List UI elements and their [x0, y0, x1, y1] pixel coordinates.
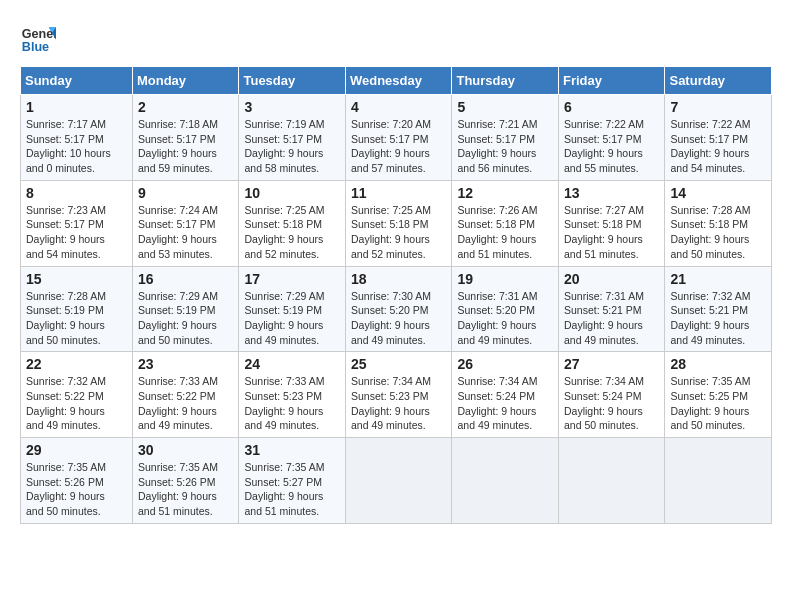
day-info: Sunrise: 7:32 AMSunset: 5:22 PMDaylight:… [26, 374, 127, 433]
column-header-wednesday: Wednesday [345, 67, 452, 95]
day-cell: 19Sunrise: 7:31 AMSunset: 5:20 PMDayligh… [452, 266, 559, 352]
day-number: 15 [26, 271, 127, 287]
day-info: Sunrise: 7:17 AMSunset: 5:17 PMDaylight:… [26, 117, 127, 176]
day-number: 14 [670, 185, 766, 201]
day-cell: 12Sunrise: 7:26 AMSunset: 5:18 PMDayligh… [452, 180, 559, 266]
day-info: Sunrise: 7:35 AMSunset: 5:26 PMDaylight:… [138, 460, 234, 519]
day-cell [665, 438, 772, 524]
day-info: Sunrise: 7:23 AMSunset: 5:17 PMDaylight:… [26, 203, 127, 262]
day-cell [558, 438, 665, 524]
day-cell: 3Sunrise: 7:19 AMSunset: 5:17 PMDaylight… [239, 95, 346, 181]
column-header-tuesday: Tuesday [239, 67, 346, 95]
week-row-4: 22Sunrise: 7:32 AMSunset: 5:22 PMDayligh… [21, 352, 772, 438]
day-cell: 9Sunrise: 7:24 AMSunset: 5:17 PMDaylight… [132, 180, 239, 266]
day-number: 23 [138, 356, 234, 372]
day-info: Sunrise: 7:33 AMSunset: 5:23 PMDaylight:… [244, 374, 340, 433]
day-number: 30 [138, 442, 234, 458]
day-number: 21 [670, 271, 766, 287]
day-info: Sunrise: 7:30 AMSunset: 5:20 PMDaylight:… [351, 289, 447, 348]
logo: General Blue [20, 20, 56, 56]
day-cell: 17Sunrise: 7:29 AMSunset: 5:19 PMDayligh… [239, 266, 346, 352]
day-info: Sunrise: 7:26 AMSunset: 5:18 PMDaylight:… [457, 203, 553, 262]
page-header: General Blue [20, 20, 772, 56]
day-cell: 27Sunrise: 7:34 AMSunset: 5:24 PMDayligh… [558, 352, 665, 438]
day-number: 6 [564, 99, 660, 115]
day-info: Sunrise: 7:33 AMSunset: 5:22 PMDaylight:… [138, 374, 234, 433]
day-cell [452, 438, 559, 524]
day-cell: 23Sunrise: 7:33 AMSunset: 5:22 PMDayligh… [132, 352, 239, 438]
day-number: 9 [138, 185, 234, 201]
day-number: 13 [564, 185, 660, 201]
day-cell: 7Sunrise: 7:22 AMSunset: 5:17 PMDaylight… [665, 95, 772, 181]
column-header-sunday: Sunday [21, 67, 133, 95]
day-cell: 24Sunrise: 7:33 AMSunset: 5:23 PMDayligh… [239, 352, 346, 438]
day-cell: 1Sunrise: 7:17 AMSunset: 5:17 PMDaylight… [21, 95, 133, 181]
day-info: Sunrise: 7:18 AMSunset: 5:17 PMDaylight:… [138, 117, 234, 176]
day-cell: 5Sunrise: 7:21 AMSunset: 5:17 PMDaylight… [452, 95, 559, 181]
day-cell: 20Sunrise: 7:31 AMSunset: 5:21 PMDayligh… [558, 266, 665, 352]
day-info: Sunrise: 7:28 AMSunset: 5:18 PMDaylight:… [670, 203, 766, 262]
day-number: 17 [244, 271, 340, 287]
day-info: Sunrise: 7:29 AMSunset: 5:19 PMDaylight:… [138, 289, 234, 348]
day-number: 26 [457, 356, 553, 372]
day-info: Sunrise: 7:32 AMSunset: 5:21 PMDaylight:… [670, 289, 766, 348]
day-number: 2 [138, 99, 234, 115]
day-info: Sunrise: 7:21 AMSunset: 5:17 PMDaylight:… [457, 117, 553, 176]
day-cell: 8Sunrise: 7:23 AMSunset: 5:17 PMDaylight… [21, 180, 133, 266]
day-info: Sunrise: 7:25 AMSunset: 5:18 PMDaylight:… [244, 203, 340, 262]
day-info: Sunrise: 7:31 AMSunset: 5:20 PMDaylight:… [457, 289, 553, 348]
day-info: Sunrise: 7:20 AMSunset: 5:17 PMDaylight:… [351, 117, 447, 176]
day-info: Sunrise: 7:35 AMSunset: 5:25 PMDaylight:… [670, 374, 766, 433]
day-number: 8 [26, 185, 127, 201]
calendar-table: SundayMondayTuesdayWednesdayThursdayFrid… [20, 66, 772, 524]
day-info: Sunrise: 7:34 AMSunset: 5:23 PMDaylight:… [351, 374, 447, 433]
week-row-3: 15Sunrise: 7:28 AMSunset: 5:19 PMDayligh… [21, 266, 772, 352]
day-number: 7 [670, 99, 766, 115]
day-number: 10 [244, 185, 340, 201]
day-cell: 2Sunrise: 7:18 AMSunset: 5:17 PMDaylight… [132, 95, 239, 181]
day-number: 22 [26, 356, 127, 372]
day-info: Sunrise: 7:22 AMSunset: 5:17 PMDaylight:… [564, 117, 660, 176]
day-cell: 11Sunrise: 7:25 AMSunset: 5:18 PMDayligh… [345, 180, 452, 266]
day-cell: 10Sunrise: 7:25 AMSunset: 5:18 PMDayligh… [239, 180, 346, 266]
day-info: Sunrise: 7:29 AMSunset: 5:19 PMDaylight:… [244, 289, 340, 348]
day-cell: 18Sunrise: 7:30 AMSunset: 5:20 PMDayligh… [345, 266, 452, 352]
day-info: Sunrise: 7:35 AMSunset: 5:27 PMDaylight:… [244, 460, 340, 519]
day-cell: 14Sunrise: 7:28 AMSunset: 5:18 PMDayligh… [665, 180, 772, 266]
day-info: Sunrise: 7:34 AMSunset: 5:24 PMDaylight:… [564, 374, 660, 433]
week-row-1: 1Sunrise: 7:17 AMSunset: 5:17 PMDaylight… [21, 95, 772, 181]
day-cell: 15Sunrise: 7:28 AMSunset: 5:19 PMDayligh… [21, 266, 133, 352]
day-cell: 29Sunrise: 7:35 AMSunset: 5:26 PMDayligh… [21, 438, 133, 524]
day-cell: 4Sunrise: 7:20 AMSunset: 5:17 PMDaylight… [345, 95, 452, 181]
column-header-monday: Monday [132, 67, 239, 95]
day-number: 28 [670, 356, 766, 372]
day-info: Sunrise: 7:24 AMSunset: 5:17 PMDaylight:… [138, 203, 234, 262]
day-number: 16 [138, 271, 234, 287]
column-header-thursday: Thursday [452, 67, 559, 95]
day-info: Sunrise: 7:27 AMSunset: 5:18 PMDaylight:… [564, 203, 660, 262]
day-cell: 30Sunrise: 7:35 AMSunset: 5:26 PMDayligh… [132, 438, 239, 524]
week-row-2: 8Sunrise: 7:23 AMSunset: 5:17 PMDaylight… [21, 180, 772, 266]
logo-icon: General Blue [20, 20, 56, 56]
day-cell: 28Sunrise: 7:35 AMSunset: 5:25 PMDayligh… [665, 352, 772, 438]
day-info: Sunrise: 7:19 AMSunset: 5:17 PMDaylight:… [244, 117, 340, 176]
day-number: 4 [351, 99, 447, 115]
day-info: Sunrise: 7:34 AMSunset: 5:24 PMDaylight:… [457, 374, 553, 433]
day-cell: 22Sunrise: 7:32 AMSunset: 5:22 PMDayligh… [21, 352, 133, 438]
column-header-saturday: Saturday [665, 67, 772, 95]
day-number: 11 [351, 185, 447, 201]
day-cell: 16Sunrise: 7:29 AMSunset: 5:19 PMDayligh… [132, 266, 239, 352]
day-info: Sunrise: 7:22 AMSunset: 5:17 PMDaylight:… [670, 117, 766, 176]
day-info: Sunrise: 7:35 AMSunset: 5:26 PMDaylight:… [26, 460, 127, 519]
day-number: 3 [244, 99, 340, 115]
day-number: 24 [244, 356, 340, 372]
day-number: 1 [26, 99, 127, 115]
day-number: 29 [26, 442, 127, 458]
day-cell: 31Sunrise: 7:35 AMSunset: 5:27 PMDayligh… [239, 438, 346, 524]
day-number: 27 [564, 356, 660, 372]
day-number: 18 [351, 271, 447, 287]
day-cell: 25Sunrise: 7:34 AMSunset: 5:23 PMDayligh… [345, 352, 452, 438]
column-header-friday: Friday [558, 67, 665, 95]
day-cell [345, 438, 452, 524]
day-number: 31 [244, 442, 340, 458]
